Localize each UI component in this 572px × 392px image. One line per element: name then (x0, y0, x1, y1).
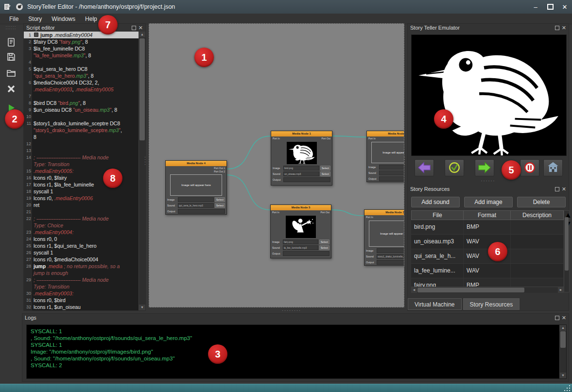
node-field[interactable]: bird.png (283, 166, 319, 170)
code-line[interactable]: 8$bird DC8 "bird.png", 8 (24, 100, 139, 106)
port-out[interactable]: Port Out 2 (214, 170, 225, 173)
node-canvas[interactable]: Media Node 4Port Out 1Port Out 2Image wi… (149, 23, 404, 307)
table-row[interactable]: un_oiseau.mp3WAV (411, 235, 564, 249)
node-field[interactable] (379, 176, 404, 181)
node-field[interactable]: story1_drako_luminelle_sceptre (377, 254, 404, 259)
code-line[interactable]: 22; -------------------------- Media nod… (24, 215, 139, 222)
node-field[interactable] (178, 197, 214, 202)
scrollbar-thumb[interactable] (565, 217, 569, 271)
back-button[interactable] (415, 159, 434, 176)
code-line[interactable]: Type: Choice (24, 222, 139, 229)
code-line[interactable]: Type: Transition (24, 283, 139, 290)
code-line[interactable]: 12 (24, 140, 139, 147)
scrollbar-thumb[interactable] (139, 38, 145, 140)
table-vertical-scrollbar[interactable]: ▲ ▼ (564, 210, 570, 292)
code-line[interactable]: 19lcons r0, .mediaEntry0006 (24, 195, 139, 202)
media-node-2[interactable]: Media Node 2Port InImage will appear her… (366, 131, 404, 182)
media-node-5[interactable]: Media Node 5Port InPort OutImagefairy.pn… (270, 205, 331, 258)
scroll-up-icon[interactable]: ▲ (139, 32, 145, 37)
select-button[interactable]: Select (320, 166, 330, 170)
save-button[interactable] (2, 50, 20, 64)
code-line[interactable]: 2$fairy DC8 "fairy.png", 8 (24, 38, 139, 45)
media-node-4[interactable]: Media Node 4Port Out 1Port Out 2Image wi… (165, 160, 227, 215)
node-field[interactable] (283, 251, 329, 256)
code-line[interactable]: "qui_sera_le_hero.mp3", 8 (24, 72, 139, 79)
code-line[interactable]: 20ret (24, 202, 139, 208)
code-line[interactable]: 26syscall 1 (24, 249, 139, 256)
select-button[interactable]: Select (215, 203, 225, 208)
port-in[interactable]: Port In (272, 211, 279, 214)
open-button[interactable] (2, 66, 20, 80)
code-line[interactable]: 24lcons r0, 0 (24, 236, 139, 242)
scroll-up-icon[interactable]: ▲ (560, 325, 566, 331)
splitter-handle-bottom[interactable]: ········ (282, 308, 301, 313)
pause-button[interactable] (520, 159, 539, 176)
close-panel-icon[interactable]: ✕ (139, 25, 143, 30)
port-out[interactable]: Port Out (321, 137, 330, 140)
code-line[interactable]: 11$story1_drako_luminelle_sceptre DC8 (24, 120, 139, 127)
float-panel-icon[interactable] (555, 187, 559, 191)
next-button[interactable] (475, 159, 494, 176)
code-line[interactable]: "la_fee_luminelle.mp3", 8 (24, 52, 139, 59)
node-field[interactable]: un_oiseau.mp3 (283, 171, 319, 176)
code-line[interactable]: 18syscall 1 (24, 188, 139, 195)
float-panel-icon[interactable] (555, 26, 559, 30)
port-in[interactable]: Port In (273, 137, 280, 140)
column-header-format[interactable]: Format (464, 210, 511, 220)
code-line[interactable]: 25lcons r1, $qui_sera_le_hero (24, 242, 139, 249)
node-field[interactable] (379, 170, 404, 175)
code-line[interactable]: 13 (24, 147, 139, 154)
code-line[interactable]: jump is enough (24, 270, 139, 276)
media-node-3[interactable]: Media Node 3Port InImage will appear her… (364, 209, 404, 266)
float-panel-icon[interactable] (132, 26, 136, 30)
table-row[interactable]: qui_sera_le_h...WAV (411, 249, 564, 264)
toolbar-grip[interactable]: ············ (6, 25, 17, 30)
select-button[interactable]: Select (319, 239, 329, 244)
select-button[interactable]: Select (320, 171, 330, 176)
table-row[interactable]: la_fee_lumine...WAV (411, 264, 564, 278)
menu-item-windows[interactable]: Windows (47, 15, 80, 23)
script-editor-scrollbar[interactable]: ▲ ▼ (139, 32, 145, 310)
port-in[interactable]: Port In (368, 137, 376, 140)
scroll-down-icon[interactable]: ▼ (560, 373, 566, 378)
code-line[interactable]: 21 (24, 208, 139, 215)
close-panel-icon[interactable]: ✕ (562, 187, 566, 191)
node-field[interactable]: fairy.png (283, 239, 318, 244)
home-button[interactable] (543, 159, 563, 176)
splitter-handle-left[interactable]: ···· (143, 156, 148, 166)
table-horizontal-scrollbar[interactable]: ◄ ► (411, 287, 564, 293)
code-line[interactable]: 7 (24, 93, 139, 100)
node-field[interactable]: la_fee_luminelle.mp3 (283, 245, 318, 250)
port-in[interactable]: Port In (366, 216, 373, 219)
log-content[interactable]: ▲ ▼ SYSCALL: 1, Sound: "/home/anthony/os… (26, 324, 567, 379)
scrollbar-thumb[interactable] (417, 288, 524, 292)
node-field[interactable] (178, 209, 225, 214)
close-project-button[interactable] (2, 82, 20, 96)
splitter-handle-right[interactable]: ···· (402, 156, 407, 166)
code-line[interactable]: 29; -------------------------- Media nod… (24, 276, 139, 283)
code-line[interactable]: 17lcons r1, $la_fee_luminelle (24, 181, 139, 188)
node-field[interactable] (377, 248, 404, 253)
splitter-handle-emulator[interactable]: ······ (408, 178, 569, 183)
tab-story-resources[interactable]: Story Resources (463, 298, 520, 310)
code-line[interactable]: 8 (24, 134, 139, 140)
resize-grip[interactable] (564, 385, 570, 391)
add-sound-button[interactable]: Add sound (411, 197, 460, 207)
code-line[interactable]: 15.mediaEntry0005: (24, 168, 139, 174)
code-line[interactable]: 32lcons r1, $un_oiseau (24, 304, 139, 310)
code-line[interactable]: 27lcons r0, $mediaChoice0004 (24, 256, 139, 263)
maximize-button[interactable] (543, 0, 557, 14)
close-panel-icon[interactable]: ✕ (562, 25, 566, 30)
column-header-file[interactable]: File (411, 210, 464, 220)
scroll-right-icon[interactable]: ► (558, 287, 564, 293)
add-image-button[interactable]: Add image (464, 197, 513, 207)
code-line[interactable]: 4 (24, 59, 139, 66)
delete-button[interactable]: Delete (517, 197, 566, 207)
code-line[interactable]: 3$la_fee_luminelle DC8 (24, 45, 139, 52)
code-line[interactable]: 28jump .media ; no return possible, so a (24, 263, 139, 270)
column-header-description[interactable]: Description (511, 210, 564, 220)
code-line[interactable]: "story1_drako_luminelle_sceptre.mp3", (24, 127, 139, 134)
validate-button[interactable] (445, 159, 464, 176)
menu-item-file[interactable]: File (5, 15, 23, 23)
menu-item-story[interactable]: Story (24, 15, 46, 23)
